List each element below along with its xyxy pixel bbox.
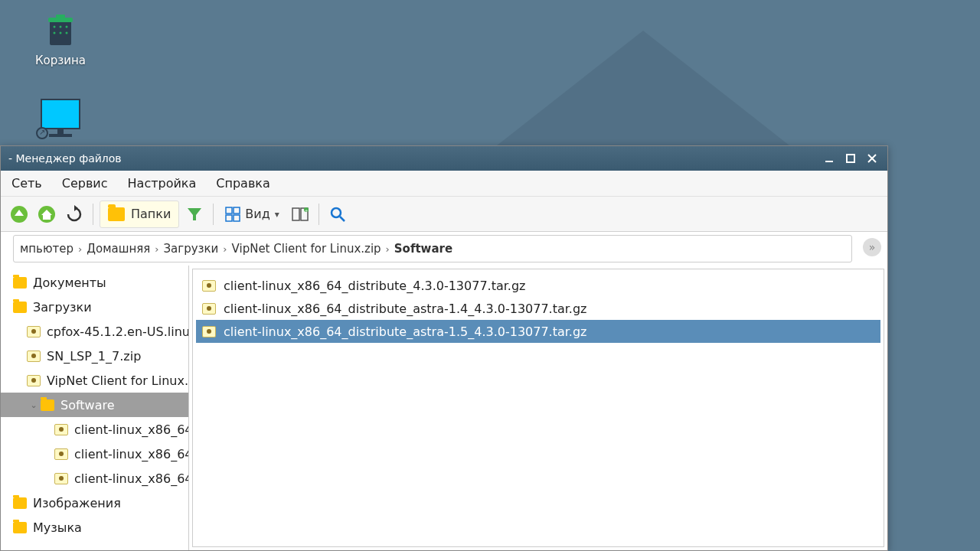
tree-item-label: Изображения bbox=[33, 496, 121, 510]
breadcrumb-sep: › bbox=[386, 243, 390, 255]
file-row[interactable]: client-linux_x86_64_distribute_astra-1.4… bbox=[196, 297, 880, 320]
tree-expander-icon[interactable]: ⌄ bbox=[28, 400, 39, 410]
tree-item-label: client-linux_x86_64_ bbox=[74, 471, 188, 486]
menu-settings[interactable]: Настройка bbox=[128, 176, 197, 191]
svg-point-8 bbox=[54, 32, 56, 34]
toolbar-separator bbox=[318, 204, 319, 225]
svg-point-9 bbox=[60, 32, 62, 34]
archive-icon bbox=[202, 326, 216, 337]
tree-item-label: VipNet Client for Linux.zip bbox=[47, 373, 188, 388]
archive-icon bbox=[27, 350, 41, 362]
maximize-button[interactable] bbox=[840, 150, 861, 167]
svg-point-6 bbox=[60, 26, 62, 28]
tree-item-label: Software bbox=[60, 398, 115, 412]
monitor-icon bbox=[41, 93, 80, 135]
desktop-icon-label: Корзина bbox=[35, 54, 86, 67]
archive-icon bbox=[202, 280, 216, 292]
tree-item[interactable]: Загрузки bbox=[1, 295, 188, 319]
svg-rect-21 bbox=[292, 208, 299, 220]
svg-point-25 bbox=[332, 208, 341, 217]
file-name: client-linux_x86_64_distribute_astra-1.4… bbox=[224, 302, 587, 316]
desktop-icon-computer[interactable] bbox=[26, 93, 95, 135]
breadcrumb-sep: › bbox=[78, 243, 82, 255]
split-view-button[interactable]: + bbox=[288, 202, 312, 227]
tree-item-label: Музыка bbox=[33, 520, 82, 535]
archive-icon bbox=[27, 375, 41, 386]
tree-item[interactable]: client-linux_x86_64_ bbox=[1, 466, 188, 491]
svg-point-5 bbox=[54, 26, 56, 28]
sidebar-tree[interactable]: ДокументыЗагрузкиcpfox-45.1.2.en-US.linu… bbox=[1, 266, 189, 550]
breadcrumb-segment[interactable]: Загрузки bbox=[163, 242, 218, 256]
breadcrumb-segment[interactable]: мпьютер bbox=[20, 242, 74, 256]
tree-item-label: Загрузки bbox=[33, 300, 92, 315]
filter-button[interactable] bbox=[182, 202, 207, 227]
refresh-button[interactable] bbox=[62, 202, 87, 227]
folder-icon bbox=[13, 277, 27, 289]
toolbar-separator bbox=[213, 204, 214, 225]
svg-rect-20 bbox=[234, 215, 240, 221]
breadcrumb[interactable]: мпьютер › Домашняя › Загрузки › VipNet C… bbox=[13, 235, 852, 262]
svg-rect-18 bbox=[234, 207, 240, 214]
svg-rect-12 bbox=[847, 155, 854, 162]
tree-item[interactable]: SN_LSP_1_7.zip bbox=[1, 344, 188, 368]
view-mode-button[interactable]: Вид ▾ bbox=[220, 201, 284, 227]
svg-point-10 bbox=[66, 32, 68, 34]
svg-rect-3 bbox=[48, 18, 73, 22]
breadcrumb-segment[interactable]: VipNet Client for Linux.zip bbox=[232, 242, 381, 256]
breadcrumb-current[interactable]: Software bbox=[394, 242, 452, 256]
file-manager-window: - Менеджер файлов Сеть Сервис Настройка … bbox=[0, 145, 888, 551]
svg-text:+: + bbox=[305, 207, 308, 212]
tree-item[interactable]: client-linux_x86_64_ bbox=[1, 442, 188, 466]
folder-icon bbox=[41, 399, 54, 411]
tree-item[interactable]: client-linux_x86_64_ bbox=[1, 417, 188, 442]
tree-item[interactable]: VipNet Client for Linux.zip bbox=[1, 368, 188, 393]
menu-network[interactable]: Сеть bbox=[11, 176, 42, 191]
folder-icon bbox=[13, 522, 27, 533]
svg-point-7 bbox=[66, 26, 68, 28]
breadcrumb-sep: › bbox=[223, 243, 227, 255]
minimize-button[interactable] bbox=[818, 150, 840, 167]
folders-label: Папки bbox=[131, 207, 171, 221]
breadcrumb-segment[interactable]: Домашняя bbox=[87, 242, 150, 256]
file-row[interactable]: client-linux_x86_64_distribute_4.3.0-130… bbox=[196, 274, 880, 297]
folder-icon bbox=[13, 302, 27, 313]
menu-service[interactable]: Сервис bbox=[62, 176, 108, 191]
window-title: - Менеджер файлов bbox=[5, 152, 818, 165]
archive-icon bbox=[54, 448, 68, 460]
trash-icon bbox=[41, 9, 80, 51]
menubar: Сеть Сервис Настройка Справка bbox=[1, 171, 887, 197]
nav-up-button[interactable] bbox=[7, 202, 31, 227]
tree-item[interactable]: Музыка bbox=[1, 515, 188, 540]
file-name: client-linux_x86_64_distribute_4.3.0-130… bbox=[224, 279, 526, 293]
nav-home-button[interactable] bbox=[34, 202, 59, 227]
file-row[interactable]: client-linux_x86_64_distribute_astra-1.5… bbox=[196, 320, 880, 343]
chevron-down-icon: ▾ bbox=[275, 209, 279, 220]
folder-icon bbox=[108, 207, 125, 221]
tree-item-label: client-linux_x86_64_ bbox=[74, 422, 188, 437]
tree-item[interactable]: ⌄Software bbox=[1, 393, 188, 417]
archive-icon bbox=[202, 303, 216, 315]
close-button[interactable] bbox=[861, 150, 883, 167]
archive-icon bbox=[27, 326, 41, 337]
svg-rect-11 bbox=[825, 161, 833, 162]
svg-rect-17 bbox=[226, 207, 232, 214]
titlebar[interactable]: - Менеджер файлов bbox=[1, 146, 887, 171]
search-button[interactable] bbox=[325, 202, 350, 227]
file-list[interactable]: client-linux_x86_64_distribute_4.3.0-130… bbox=[192, 269, 884, 547]
toolbar-separator bbox=[93, 204, 93, 225]
breadcrumb-go-button[interactable]: » bbox=[863, 238, 881, 256]
svg-rect-4 bbox=[56, 15, 65, 18]
desktop-icon-trash[interactable]: Корзина bbox=[26, 9, 95, 67]
svg-line-26 bbox=[340, 217, 345, 221]
tree-item[interactable]: Документы bbox=[1, 270, 188, 295]
tree-item-label: Документы bbox=[33, 276, 106, 290]
tree-item-label: client-linux_x86_64_ bbox=[74, 447, 188, 461]
grid-icon bbox=[225, 207, 240, 222]
svg-rect-19 bbox=[226, 215, 232, 221]
tree-item[interactable]: Изображения bbox=[1, 491, 188, 515]
folders-toggle-button[interactable]: Папки bbox=[100, 201, 179, 228]
folder-icon bbox=[13, 497, 27, 509]
window-body: ДокументыЗагрузкиcpfox-45.1.2.en-US.linu… bbox=[1, 266, 887, 550]
menu-help[interactable]: Справка bbox=[216, 176, 270, 191]
tree-item[interactable]: cpfox-45.1.2.en-US.linux-x8 bbox=[1, 319, 188, 344]
